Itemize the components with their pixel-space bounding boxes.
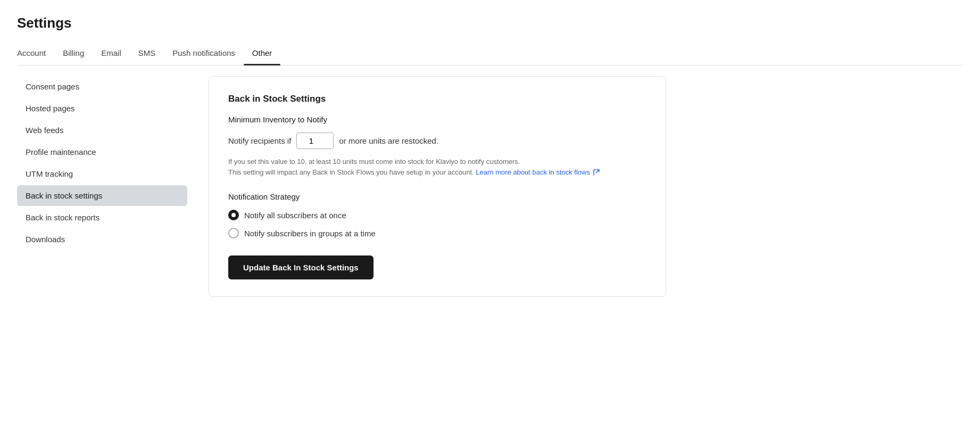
helper-text: If you set this value to 10, at least 10… (228, 156, 646, 177)
page-title: Settings (17, 15, 963, 31)
external-link-icon (593, 169, 600, 176)
notify-suffix: or more units are restocked. (339, 136, 438, 145)
notify-prefix: Notify recipients if (228, 136, 291, 145)
sidebar-item-back-in-stock-reports[interactable]: Back in stock reports (17, 207, 187, 228)
learn-more-link[interactable]: Learn more about back in stock flows (476, 168, 590, 176)
minimum-inventory-label: Minimum Inventory to Notify (228, 115, 646, 124)
sidebar-item-web-feeds[interactable]: Web feeds (17, 120, 187, 141)
tab-push-notifications[interactable]: Push notifications (164, 43, 244, 65)
tab-other[interactable]: Other (244, 43, 281, 65)
radio-label-all-at-once: Notify all subscribers at once (244, 211, 346, 220)
sidebar: Consent pages Hosted pages Web feeds Pro… (17, 65, 187, 308)
notification-strategy-label: Notification Strategy (228, 192, 646, 201)
tab-email[interactable]: Email (93, 43, 130, 65)
tab-billing[interactable]: Billing (54, 43, 93, 65)
sidebar-item-downloads[interactable]: Downloads (17, 229, 187, 250)
tab-sms[interactable]: SMS (130, 43, 164, 65)
radio-circle-all-at-once (228, 210, 239, 220)
sidebar-item-profile-maintenance[interactable]: Profile maintenance (17, 142, 187, 162)
radio-all-at-once[interactable]: Notify all subscribers at once (228, 210, 646, 220)
sidebar-item-consent-pages[interactable]: Consent pages (17, 76, 187, 97)
sidebar-item-back-in-stock-settings[interactable]: Back in stock settings (17, 185, 187, 206)
radio-groups[interactable]: Notify subscribers in groups at a time (228, 228, 646, 238)
content-panel: Back in Stock Settings Minimum Inventory… (187, 65, 980, 308)
tabs-bar: Account Billing Email SMS Push notificat… (17, 43, 963, 65)
minimum-inventory-input[interactable] (296, 133, 334, 149)
back-in-stock-card: Back in Stock Settings Minimum Inventory… (209, 76, 666, 297)
radio-label-groups: Notify subscribers in groups at a time (244, 229, 376, 238)
sidebar-item-utm-tracking[interactable]: UTM tracking (17, 163, 187, 184)
card-title: Back in Stock Settings (228, 94, 646, 104)
sidebar-item-hosted-pages[interactable]: Hosted pages (17, 98, 187, 119)
tab-account[interactable]: Account (17, 43, 54, 65)
notify-row: Notify recipients if or more units are r… (228, 133, 646, 149)
update-button[interactable]: Update Back In Stock Settings (228, 255, 373, 279)
radio-circle-groups (228, 228, 239, 238)
radio-group: Notify all subscribers at once Notify su… (228, 210, 646, 238)
